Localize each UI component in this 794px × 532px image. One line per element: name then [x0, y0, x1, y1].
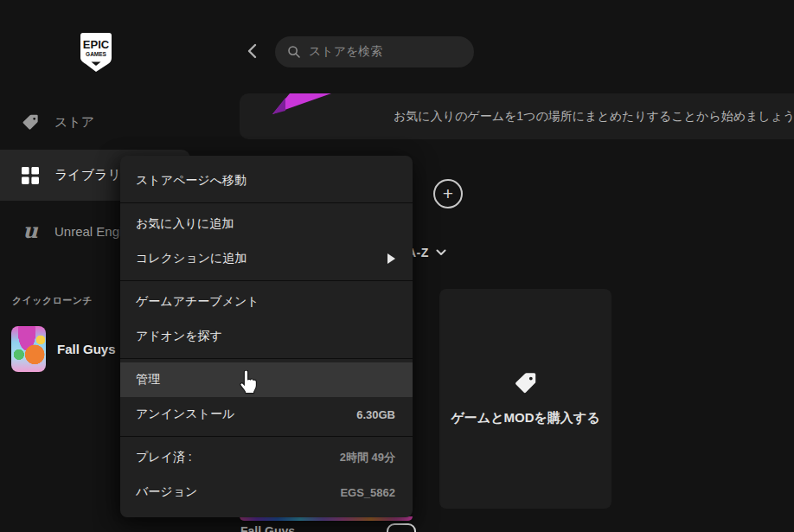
tag-icon — [514, 371, 537, 394]
menu-item-uninstall[interactable]: アンインストール 6.30GB — [120, 397, 413, 432]
epic-games-logo[interactable]: EPIC GAMES — [80, 33, 112, 73]
tag-icon — [22, 113, 39, 131]
fall-guys-thumbnail[interactable] — [11, 326, 46, 372]
buy-card-label: ゲームとMODを購入する — [451, 410, 599, 426]
submenu-arrow-icon — [387, 253, 395, 264]
menu-divider — [120, 358, 413, 359]
add-game-button[interactable]: + — [433, 179, 463, 208]
unreal-engine-icon: u — [22, 222, 39, 240]
sort-dropdown[interactable]: A-Z — [407, 245, 446, 260]
menu-divider — [120, 202, 413, 203]
grid-icon — [22, 167, 39, 184]
menu-item-add-to-collection[interactable]: コレクションに追加 — [120, 241, 413, 276]
search-placeholder: ストアを検索 — [309, 44, 382, 60]
menu-item-game-achievements[interactable]: ゲームアチーブメント — [120, 285, 413, 319]
menu-item-version: バージョン EGS_5862 — [120, 475, 413, 510]
sidebar-item-label: ライブラリ — [54, 167, 121, 183]
sidebar-item-store[interactable]: ストア — [0, 102, 190, 142]
context-menu: ストアページへ移動 お気に入りに追加 コレクションに追加 ゲームアチーブメント … — [120, 156, 413, 517]
plus-icon: + — [443, 184, 453, 202]
menu-item-manage[interactable]: 管理 — [120, 362, 413, 397]
game-card-options-button[interactable] — [387, 523, 416, 532]
svg-text:GAMES: GAMES — [86, 51, 107, 57]
uninstall-size-value: 6.30GB — [356, 408, 395, 421]
menu-item-add-to-favorites[interactable]: お気に入りに追加 — [120, 207, 413, 241]
menu-item-go-to-store-page[interactable]: ストアページへ移動 — [120, 163, 413, 198]
chevron-down-icon — [436, 249, 446, 256]
svg-text:EPIC: EPIC — [83, 38, 110, 51]
cursor-pointer-icon — [235, 370, 257, 394]
banner-message: お気に入りのゲームを1つの場所にまとめたりすることから始めましょう — [394, 93, 794, 139]
version-value: EGS_5862 — [340, 486, 395, 499]
search-icon — [287, 45, 301, 59]
time-played-value: 2時間 49分 — [340, 450, 395, 465]
epic-games-launcher-window: { "header": { "search": { "placeholder":… — [0, 0, 794, 532]
chevron-left-icon — [247, 43, 257, 59]
back-button[interactable] — [247, 43, 260, 61]
game-card-title: Fall Guys — [240, 524, 295, 532]
quick-launch-item-title: Fall Guys — [57, 320, 116, 377]
menu-divider — [120, 436, 413, 437]
menu-item-find-addons[interactable]: アドオンを探す — [120, 319, 413, 354]
banner-ribbon-art — [272, 93, 333, 116]
sidebar-item-label: ストア — [54, 114, 94, 131]
buy-games-mods-card[interactable]: ゲームとMODを購入する — [439, 289, 612, 509]
library-intro-banner: お気に入りのゲームを1つの場所にまとめたりすることから始めましょう — [240, 93, 794, 139]
menu-item-time-played: プレイ済 : 2時間 49分 — [120, 440, 413, 475]
store-search-input[interactable]: ストアを検索 — [275, 36, 474, 67]
quick-launch-heading: クイックローンチ — [12, 294, 93, 307]
menu-divider — [120, 280, 413, 281]
